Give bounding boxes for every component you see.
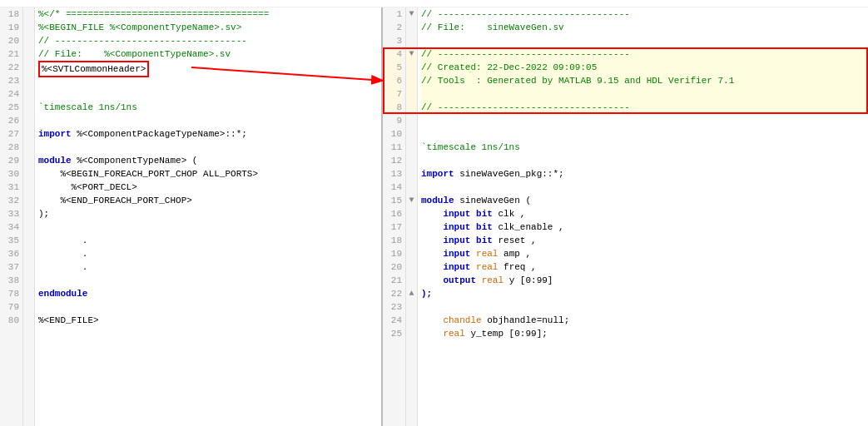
- left-line-numbers: 1819202122232425262728293031323334353637…: [0, 7, 23, 426]
- right-fold-gutter: ▼▼▼▲: [406, 7, 418, 426]
- right-pane: 1234567891011121314151617181920212223242…: [383, 7, 868, 426]
- editors-container: 1819202122232425262728293031323334353637…: [0, 7, 868, 426]
- left-pane: 1819202122232425262728293031323334353637…: [0, 7, 383, 426]
- left-code[interactable]: %</* ===================================…: [35, 7, 381, 426]
- left-fold-gutter: [23, 7, 35, 426]
- right-code[interactable]: // -----------------------------------//…: [418, 7, 868, 426]
- right-line-numbers: 1234567891011121314151617181920212223242…: [383, 7, 406, 426]
